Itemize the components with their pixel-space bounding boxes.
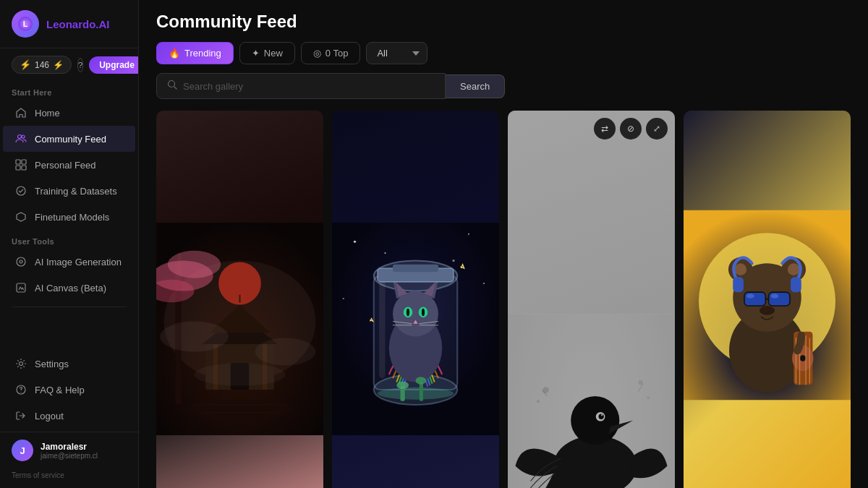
expand-btn-bear[interactable]: ⤢ xyxy=(822,118,843,140)
expand-btn-cat[interactable]: ⤢ xyxy=(470,118,492,140)
settings-icon xyxy=(14,357,27,370)
sidebar-item-faq[interactable]: FAQ & Help xyxy=(3,377,135,403)
slash-btn-temple[interactable]: ⊘ xyxy=(268,118,290,140)
svg-point-2 xyxy=(18,135,22,139)
svg-rect-4 xyxy=(16,160,20,164)
sidebar-item-faq-label: FAQ & Help xyxy=(35,385,85,395)
credits-count: 146 xyxy=(35,60,49,70)
grid-item-raven[interactable]: ⇄ ⊘ ⤢ xyxy=(508,111,675,488)
remix-btn-cat[interactable]: ⇄ xyxy=(418,118,440,140)
svg-point-11 xyxy=(20,260,22,263)
item-overlay-raven: ⇄ ⊘ ⤢ xyxy=(508,111,675,488)
home-icon xyxy=(14,106,27,119)
trending-label: Trending xyxy=(184,48,221,59)
terms-link[interactable]: Terms of service xyxy=(0,468,138,482)
user-info: Jamoralesr jaime@sietepm.cl xyxy=(41,442,98,460)
main-content: Community Feed 🔥 Trending ✦ New ◎ 0 Top … xyxy=(139,0,868,488)
top-icon: ◎ xyxy=(313,48,321,59)
time-filter-select[interactable]: All Day Week Month Year xyxy=(366,42,427,64)
svg-rect-5 xyxy=(22,160,26,164)
svg-point-3 xyxy=(22,135,25,138)
svg-point-8 xyxy=(17,187,25,195)
sidebar-bottom: Settings FAQ & Help Logout J Jamoralesr … xyxy=(0,351,138,488)
credits-bolt2: ⚡ xyxy=(53,60,64,70)
search-button[interactable]: Search xyxy=(446,74,505,98)
search-input[interactable] xyxy=(183,81,435,92)
new-icon: ✦ xyxy=(252,48,260,59)
page-title: Community Feed xyxy=(156,12,851,32)
svg-rect-7 xyxy=(22,166,26,170)
svg-point-13 xyxy=(20,362,23,366)
community-feed-icon xyxy=(14,132,27,145)
sidebar-item-settings[interactable]: Settings xyxy=(3,351,135,377)
sidebar-item-community-feed[interactable]: Community Feed xyxy=(3,126,135,152)
remix-btn-temple[interactable]: ⇄ xyxy=(242,118,264,140)
filter-row: 🔥 Trending ✦ New ◎ 0 Top All Day Week Mo… xyxy=(156,42,851,64)
image-grid: ⇄ ⊘ ⤢ xyxy=(156,111,851,488)
remix-btn-raven[interactable]: ⇄ xyxy=(594,118,616,140)
ai-canvas-icon xyxy=(14,281,27,294)
expand-btn-temple[interactable]: ⤢ xyxy=(294,118,316,140)
help-icon[interactable]: ? xyxy=(77,58,83,72)
logo-wordmark: Leonardo.AI xyxy=(46,18,110,30)
search-input-wrapper xyxy=(156,73,446,99)
sidebar-item-logout-label: Logout xyxy=(35,411,64,421)
training-icon xyxy=(14,184,27,197)
svg-point-16 xyxy=(169,81,175,87)
user-email: jaime@sietepm.cl xyxy=(41,452,98,460)
avatar: J xyxy=(12,440,33,461)
credits-row: ⚡ 146 ⚡ ? Upgrade xyxy=(0,48,138,81)
sidebar-divider xyxy=(12,307,127,307)
svg-rect-6 xyxy=(16,166,20,170)
logo-avatar: L xyxy=(12,10,39,38)
sidebar-item-settings-label: Settings xyxy=(35,359,69,369)
top-label: 0 Top xyxy=(326,48,349,59)
sidebar-item-ai-image[interactable]: AI Image Generation xyxy=(3,249,135,275)
trending-filter-button[interactable]: 🔥 Trending xyxy=(156,42,234,64)
sidebar-item-community-label: Community Feed xyxy=(35,134,106,145)
sidebar: L Leonardo.AI ⚡ 146 ⚡ ? Upgrade Start He… xyxy=(0,0,139,488)
new-label: New xyxy=(264,48,283,59)
top-filter-button[interactable]: ◎ 0 Top xyxy=(301,42,361,64)
grid-item-temple[interactable]: ⇄ ⊘ ⤢ xyxy=(156,111,323,488)
grid-item-cat-jar[interactable]: ⇄ ⊘ ⤢ xyxy=(332,111,499,488)
sidebar-item-training[interactable]: Training & Datasets xyxy=(3,178,135,204)
sidebar-item-personal-label: Personal Feed xyxy=(35,160,96,171)
slash-btn-cat[interactable]: ⊘ xyxy=(444,118,466,140)
logout-icon xyxy=(14,409,27,422)
sidebar-item-ai-image-label: AI Image Generation xyxy=(35,257,122,267)
slash-btn-bear[interactable]: ⊘ xyxy=(796,118,817,140)
svg-marker-9 xyxy=(17,213,25,221)
sidebar-item-home[interactable]: Home xyxy=(3,100,135,126)
finetuned-icon xyxy=(14,210,27,223)
lightning-icon: ⚡ xyxy=(20,59,31,70)
svg-text:L: L xyxy=(23,20,28,28)
sidebar-item-finetuned[interactable]: Finetuned Models xyxy=(3,204,135,230)
user-row: J Jamoralesr jaime@sietepm.cl xyxy=(0,432,138,468)
logo-name-text: Leonardo xyxy=(46,18,95,30)
upgrade-button[interactable]: Upgrade xyxy=(89,56,139,74)
faq-icon xyxy=(14,383,27,396)
logo-suffix-text: .AI xyxy=(95,18,109,30)
search-icon xyxy=(167,80,177,93)
sidebar-header: L Leonardo.AI xyxy=(0,0,138,48)
grid-item-bear[interactable]: ⇄ ⊘ ⤢ xyxy=(684,111,851,488)
sidebar-item-logout[interactable]: Logout xyxy=(3,403,135,429)
user-name: Jamoralesr xyxy=(41,442,98,452)
sidebar-item-finetuned-label: Finetuned Models xyxy=(35,212,109,223)
slash-btn-raven[interactable]: ⊘ xyxy=(620,118,642,140)
trending-icon: 🔥 xyxy=(169,48,180,59)
remix-btn-bear[interactable]: ⇄ xyxy=(770,118,791,140)
expand-btn-raven[interactable]: ⤢ xyxy=(646,118,668,140)
new-filter-button[interactable]: ✦ New xyxy=(239,42,295,64)
user-tools-label: User Tools xyxy=(0,230,138,249)
sidebar-item-training-label: Training & Datasets xyxy=(35,186,117,197)
sidebar-item-personal-feed[interactable]: Personal Feed xyxy=(3,152,135,178)
sidebar-item-ai-canvas[interactable]: AI Canvas (Beta) xyxy=(3,275,135,301)
sidebar-item-ai-canvas-label: AI Canvas (Beta) xyxy=(35,283,106,294)
personal-feed-icon xyxy=(14,158,27,171)
search-row: Search xyxy=(156,73,851,99)
svg-point-15 xyxy=(20,392,21,393)
svg-point-10 xyxy=(17,257,25,266)
sidebar-item-home-label: Home xyxy=(35,108,60,119)
